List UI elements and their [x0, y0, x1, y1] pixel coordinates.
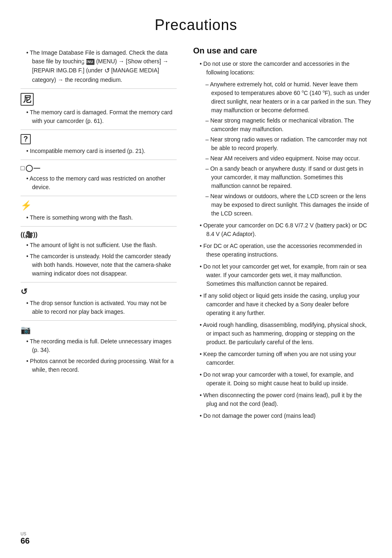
bullet-photos-processing: Photos cannot be recorded during process… — [26, 357, 177, 374]
divider-5 — [21, 226, 177, 227]
right-bullet-list: Do not use or store the camcorder and ac… — [193, 60, 371, 420]
sub-bullet-hot-cold: Anywhere extremely hot, cold or humid. N… — [205, 80, 371, 115]
two-column-layout: The Image Database File is damaged. Chec… — [21, 46, 371, 533]
section-memory-damaged: 尼 The memory card is damaged. Format the… — [21, 93, 177, 125]
sub-bullet-sandy: On a sandy beach or anywhere dusty. If s… — [205, 164, 371, 190]
bullet-solid-object: If any solid object or liquid gets insid… — [200, 292, 371, 317]
icon-recording-full: 📷 — [21, 325, 177, 335]
icon-unsteady: ((🎥)) — [21, 231, 177, 238]
right-column: On use and care Do not use or store the … — [193, 46, 371, 533]
lock-icon: □◯— — [21, 164, 41, 172]
bullet-flash: There is something wrong with the flash. — [26, 213, 177, 222]
bullet-damage-cord: Do not damage the power cord (mains lead… — [200, 412, 371, 420]
section-flash: ⚡ There is something wrong with the flas… — [21, 200, 177, 222]
page-title: Precautions — [21, 16, 371, 34]
bullet-rough-handling: Avoid rough handling, disassembling, mod… — [200, 321, 371, 347]
divider-3 — [21, 160, 177, 160]
camera-shake-icon: ((🎥)) — [21, 231, 37, 238]
sub-bullet-magnetic: Near strong magnetic fields or mechanica… — [205, 116, 371, 134]
icon-access-restricted: □◯— — [21, 164, 177, 172]
divider-1 — [21, 88, 177, 89]
divider-2 — [21, 130, 177, 130]
camera-record-icon: 📷 — [21, 325, 31, 335]
icon-flash: ⚡ — [21, 200, 177, 211]
left-column: The Image Database File is damaged. Chec… — [21, 46, 177, 533]
bullet-access-restricted: Access to the memory card was restricted… — [26, 174, 177, 192]
icon-incompatible: ? — [21, 134, 177, 144]
page-number-area: US 66 — [21, 532, 30, 546]
menu-icon: MENU — [86, 59, 95, 65]
divider-4 — [21, 196, 177, 196]
bullet-memory-damaged: The memory card is damaged. Format the m… — [26, 108, 177, 125]
bullet-do-not-store: Do not use or store the camcorder and ac… — [200, 60, 371, 77]
bullet-drop-sensor: The drop sensor function is activated. Y… — [26, 299, 177, 316]
icon-drop-sensor: ↺ — [21, 287, 177, 296]
bullet-towel: Do not wrap your camcorder with a towel,… — [200, 370, 371, 388]
bullet-recording-full: The recording media is full. Delete unne… — [26, 337, 177, 354]
bullet-unsteady: The camcorder is unsteady. Hold the camc… — [26, 252, 177, 278]
section-access-restricted: □◯— Access to the memory card was restri… — [21, 164, 177, 192]
bullet-accessories: For DC or AC operation, use the accessor… — [200, 242, 371, 259]
bullet-power-cord: When disconnecting the power cord (mains… — [200, 391, 371, 408]
bullet-operate-dc: Operate your camcorder on DC 6.8 V/7.2 V… — [200, 221, 371, 238]
bullet-db-file: The Image Database File is damaged. Chec… — [26, 49, 177, 84]
section-db-file: The Image Database File is damaged. Chec… — [21, 49, 177, 84]
sub-bullet-windows: Near windows or outdoors, where the LCD … — [205, 192, 371, 218]
manage-media-icon: ↺ — [104, 67, 110, 74]
divider-7 — [21, 320, 177, 321]
divider-6 — [21, 282, 177, 282]
lightning-icon: ⚡ — [21, 200, 32, 211]
sub-bullet-radio: Near strong radio waves or radiation. Th… — [205, 135, 371, 153]
section-recording-full: 📷 The recording media is full. Delete un… — [21, 325, 177, 374]
page-num-label: US — [21, 532, 26, 536]
icon-memory-damaged: 尼 — [21, 93, 177, 106]
section-unsteady: ((🎥)) The amount of light is not suffici… — [21, 231, 177, 278]
on-use-care-heading: On use and care — [193, 46, 371, 56]
page-number: 66 — [21, 536, 30, 546]
bullet-turning-off: Keep the camcorder turning off when you … — [200, 350, 371, 367]
section-incompatible: ? Incompatible memory card is inserted (… — [21, 134, 177, 155]
sub-bullet-am: Near AM receivers and video equipment. N… — [205, 154, 371, 163]
drop-sensor-icon: ↺ — [21, 287, 28, 296]
page: Precautions The Image Database File is d… — [0, 0, 392, 558]
bullet-wet: Do not let your camcorder get wet, for e… — [200, 262, 371, 288]
question-card-icon: ? — [21, 134, 31, 144]
section-drop-sensor: ↺ The drop sensor function is activated.… — [21, 287, 177, 316]
sd-card-icon: 尼 — [21, 93, 34, 106]
bullet-light-insufficient: The amount of light is not sufficient. U… — [26, 241, 177, 250]
bullet-incompatible: Incompatible memory card is inserted (p.… — [26, 147, 177, 155]
